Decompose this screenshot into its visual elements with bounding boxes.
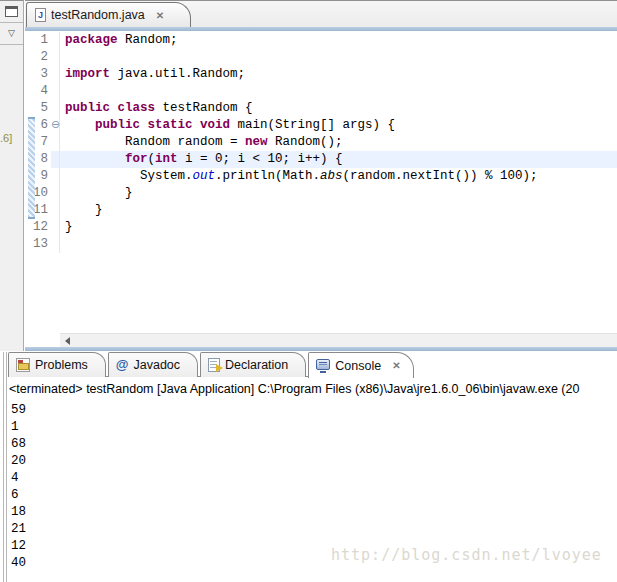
code-text: public static void main(String[] args) {	[60, 117, 617, 134]
console-output-line: 18	[11, 504, 26, 521]
code-line[interactable]: 9 System.out.println(Math.abs(random.nex…	[25, 168, 617, 185]
tab-javadoc[interactable]: @ Javadoc	[108, 352, 198, 377]
tab-declaration-label: Declaration	[225, 358, 288, 372]
fold-column	[51, 83, 60, 100]
code-line[interactable]: 10 }	[25, 185, 617, 202]
fold-column	[51, 202, 60, 219]
tab-declaration[interactable]: Declaration	[200, 352, 306, 377]
line-number[interactable]: 5	[25, 100, 51, 117]
javadoc-icon: @	[116, 358, 129, 372]
console-output-line: 4	[11, 470, 26, 487]
range-indicator	[28, 117, 35, 219]
close-icon[interactable]: ✕	[156, 10, 164, 21]
code-editor[interactable]: 1package Random;23import java.util.Rando…	[25, 31, 617, 333]
line-number[interactable]: 13	[25, 236, 51, 253]
code-line[interactable]: 8 for(int i = 0; i < 10; i++) {	[25, 151, 617, 168]
restore-icon	[5, 6, 18, 17]
fold-column	[51, 32, 60, 49]
tab-console-label: Console	[335, 359, 381, 373]
tab-javadoc-label: Javadoc	[133, 358, 180, 372]
line-number[interactable]: 12	[25, 219, 51, 236]
panel-left-border-inner	[6, 352, 7, 582]
fold-column	[51, 236, 60, 253]
code-lines: 1package Random;23import java.util.Rando…	[25, 32, 617, 253]
console-status-line: <terminated> testRandom [Java Applicatio…	[9, 382, 617, 396]
code-text: }	[60, 202, 617, 219]
console-output-line: 68	[11, 436, 26, 453]
declaration-icon	[208, 358, 220, 372]
editor-pane: J testRandom.java ✕ 1package Random;23im…	[25, 0, 617, 351]
editor-tab-bar: J testRandom.java ✕	[25, 1, 617, 27]
code-text: import java.util.Random;	[60, 66, 617, 83]
console-output[interactable]: 59168204618211240	[11, 402, 26, 572]
code-text: package Random;	[60, 32, 617, 49]
fold-column	[51, 168, 60, 185]
console-icon	[316, 359, 330, 370]
code-text: }	[60, 219, 617, 236]
close-icon[interactable]: ✕	[392, 360, 400, 371]
code-line[interactable]: 13	[25, 236, 617, 253]
code-text	[60, 236, 617, 253]
panel-left-border	[3, 352, 4, 582]
fold-column: ⊖	[51, 117, 60, 134]
watermark: http://blog.csdn.net/lvoyee	[331, 546, 602, 564]
code-line[interactable]: 7 Random random = new Random();	[25, 134, 617, 151]
console-output-line: 21	[11, 521, 26, 538]
fold-column	[51, 219, 60, 236]
fold-column	[51, 49, 60, 66]
tab-problems-label: Problems	[35, 358, 88, 372]
fold-column	[51, 185, 60, 202]
console-output-line: 40	[11, 555, 26, 572]
fold-minus-icon[interactable]: ⊖	[51, 117, 60, 133]
line-number[interactable]: 4	[25, 83, 51, 100]
code-text: System.out.println(Math.abs(random.nextI…	[60, 168, 617, 185]
code-line[interactable]: 3import java.util.Random;	[25, 66, 617, 83]
minimized-view-label: .6]	[0, 132, 24, 144]
eclipse-window: ▽ .6] J testRandom.java ✕ 1package Rando…	[0, 0, 617, 582]
console-output-line: 6	[11, 487, 26, 504]
horizontal-scrollbar[interactable]	[60, 333, 617, 347]
fast-view-bar: ▽ .6]	[0, 0, 24, 351]
code-line[interactable]: 6⊖ public static void main(String[] args…	[25, 117, 617, 134]
bottom-tab-bar: Problems @ Javadoc Declaration Console ✕	[8, 352, 617, 378]
code-text	[60, 83, 617, 100]
console-output-line: 59	[11, 402, 26, 419]
code-text: for(int i = 0; i < 10; i++) {	[60, 151, 617, 168]
line-number[interactable]: 1	[25, 32, 51, 49]
code-line[interactable]: 4	[25, 83, 617, 100]
editor-tab-label: testRandom.java	[51, 8, 145, 22]
fold-column	[51, 100, 60, 117]
editor-focus-border-bottom	[25, 347, 617, 351]
code-text: public class testRandom {	[60, 100, 617, 117]
java-file-icon: J	[35, 8, 46, 22]
line-number[interactable]: 2	[25, 49, 51, 66]
tab-problems[interactable]: Problems	[8, 352, 106, 377]
chevron-down-icon: ▽	[0, 24, 23, 43]
console-output-line: 1	[11, 419, 26, 436]
code-line[interactable]: 1package Random;	[25, 32, 617, 49]
fold-column	[51, 134, 60, 151]
code-line[interactable]: 5public class testRandom {	[25, 100, 617, 117]
tab-testrandom-java[interactable]: J testRandom.java ✕	[26, 2, 191, 27]
line-number[interactable]: 3	[25, 66, 51, 83]
code-line[interactable]: 11 }	[25, 202, 617, 219]
code-line[interactable]: 12}	[25, 219, 617, 236]
console-output-line: 12	[11, 538, 26, 555]
tab-console[interactable]: Console ✕	[308, 352, 413, 378]
code-line[interactable]: 2	[25, 49, 617, 66]
problems-icon	[16, 358, 30, 372]
view-menu-button[interactable]: ▽	[0, 23, 23, 45]
code-text	[60, 49, 617, 66]
code-text: }	[60, 185, 617, 202]
scroll-left-arrow-icon[interactable]	[65, 337, 70, 345]
fold-column	[51, 151, 60, 168]
restore-view-button[interactable]	[0, 1, 23, 23]
fold-column	[51, 66, 60, 83]
console-output-line: 20	[11, 453, 26, 470]
code-text: Random random = new Random();	[60, 134, 617, 151]
